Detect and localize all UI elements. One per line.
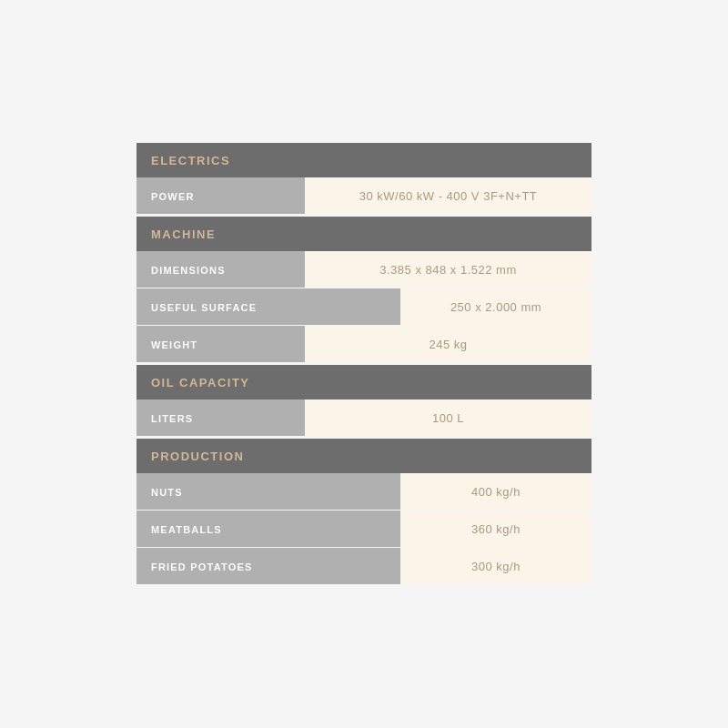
- section-header-production: PRODUCTION: [136, 439, 592, 473]
- label-liters: LITERS: [136, 399, 305, 436]
- row-liters: LITERS 100 L: [136, 399, 592, 436]
- value-liters: 100 L: [305, 399, 592, 436]
- label-nuts: NUTS: [136, 473, 400, 510]
- label-fried-potatoes: FRIED POTATOES: [136, 548, 400, 584]
- row-power: POWER 30 kW/60 kW - 400 V 3F+N+TT: [136, 177, 592, 214]
- row-fried-potatoes: FRIED POTATOES 300 kg/h: [136, 548, 592, 584]
- value-fried-potatoes: 300 kg/h: [400, 548, 592, 584]
- section-header-machine: MACHINE: [136, 217, 592, 251]
- row-useful-surface: USEFUL SURFACE 250 x 2.000 mm: [136, 288, 592, 325]
- label-power: POWER: [136, 177, 305, 214]
- section-title-electrics: ELECTRICS: [151, 154, 230, 167]
- value-useful-surface: 250 x 2.000 mm: [400, 288, 592, 325]
- section-title-production: PRODUCTION: [151, 450, 244, 463]
- row-nuts: NUTS 400 kg/h: [136, 473, 592, 510]
- row-meatballs: MEATBALLS 360 kg/h: [136, 511, 592, 547]
- label-meatballs: MEATBALLS: [136, 511, 400, 547]
- specs-container: ELECTRICS POWER 30 kW/60 kW - 400 V 3F+N…: [136, 143, 592, 585]
- section-header-oil-capacity: OIL CAPACITY: [136, 365, 592, 399]
- value-meatballs: 360 kg/h: [400, 511, 592, 547]
- row-weight: WEIGHT 245 kg: [136, 326, 592, 362]
- label-dimensions: DIMENSIONS: [136, 251, 305, 288]
- row-dimensions: DIMENSIONS 3.385 x 848 x 1.522 mm: [136, 251, 592, 288]
- section-title-machine: MACHINE: [151, 228, 216, 241]
- section-header-electrics: ELECTRICS: [136, 143, 592, 177]
- label-useful-surface: USEFUL SURFACE: [136, 288, 400, 325]
- label-weight: WEIGHT: [136, 326, 305, 362]
- section-title-oil-capacity: OIL CAPACITY: [151, 376, 250, 389]
- value-weight: 245 kg: [305, 326, 592, 362]
- value-nuts: 400 kg/h: [400, 473, 592, 510]
- value-dimensions: 3.385 x 848 x 1.522 mm: [305, 251, 592, 288]
- value-power: 30 kW/60 kW - 400 V 3F+N+TT: [305, 177, 592, 214]
